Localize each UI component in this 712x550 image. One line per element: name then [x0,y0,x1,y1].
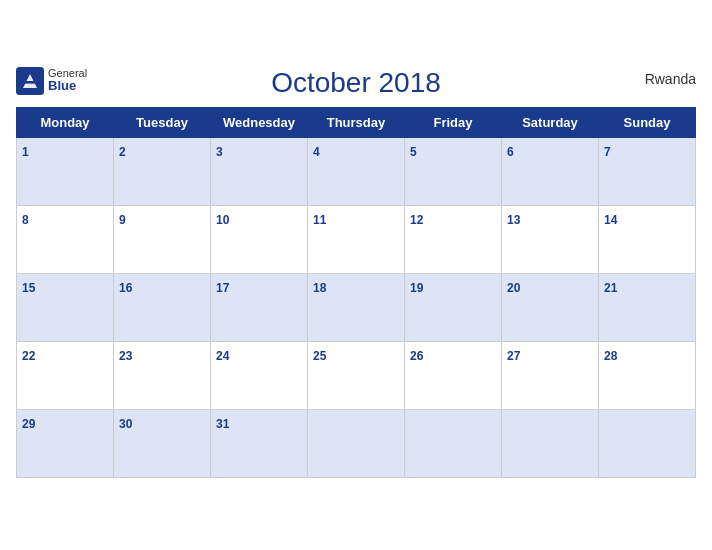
svg-rect-2 [25,81,36,84]
week-row-3: 15161718192021 [17,273,696,341]
week-row-5: 293031 [17,409,696,477]
calendar-wrapper: General Blue October 2018 Rwanda Monday … [0,57,712,494]
calendar-cell: 18 [308,273,405,341]
calendar-cell: 30 [114,409,211,477]
day-number: 28 [604,349,617,363]
calendar-table: Monday Tuesday Wednesday Thursday Friday… [16,107,696,478]
calendar-cell: 6 [502,137,599,205]
calendar-cell: 19 [405,273,502,341]
calendar-cell: 13 [502,205,599,273]
day-number: 27 [507,349,520,363]
calendar-cell: 23 [114,341,211,409]
day-number: 14 [604,213,617,227]
day-number: 15 [22,281,35,295]
header-wednesday: Wednesday [211,107,308,137]
day-number: 26 [410,349,423,363]
calendar-cell [599,409,696,477]
calendar-cell: 25 [308,341,405,409]
calendar-cell: 29 [17,409,114,477]
day-number: 20 [507,281,520,295]
calendar-cell [308,409,405,477]
day-number: 24 [216,349,229,363]
calendar-cell: 17 [211,273,308,341]
day-number: 2 [119,145,126,159]
logo-blue-text: Blue [48,79,87,93]
calendar-cell: 31 [211,409,308,477]
generalblue-logo-icon [16,67,44,95]
calendar-cell: 2 [114,137,211,205]
calendar-cell: 16 [114,273,211,341]
day-number: 22 [22,349,35,363]
header-friday: Friday [405,107,502,137]
calendar-cell: 24 [211,341,308,409]
day-number: 31 [216,417,229,431]
day-number: 12 [410,213,423,227]
day-number: 11 [313,213,326,227]
day-number: 30 [119,417,132,431]
calendar-cell: 20 [502,273,599,341]
day-number: 17 [216,281,229,295]
calendar-cell: 8 [17,205,114,273]
calendar-body: 1234567891011121314151617181920212223242… [17,137,696,477]
day-number: 1 [22,145,29,159]
calendar-cell: 4 [308,137,405,205]
calendar-cell: 7 [599,137,696,205]
day-number: 4 [313,145,320,159]
weekday-header-row: Monday Tuesday Wednesday Thursday Friday… [17,107,696,137]
calendar-cell: 14 [599,205,696,273]
day-number: 16 [119,281,132,295]
week-row-1: 1234567 [17,137,696,205]
header-thursday: Thursday [308,107,405,137]
calendar-cell: 5 [405,137,502,205]
country-label: Rwanda [645,71,696,87]
calendar-cell: 11 [308,205,405,273]
header-sunday: Sunday [599,107,696,137]
day-number: 8 [22,213,29,227]
day-number: 3 [216,145,223,159]
week-row-4: 22232425262728 [17,341,696,409]
calendar-cell: 15 [17,273,114,341]
header-tuesday: Tuesday [114,107,211,137]
calendar-cell: 21 [599,273,696,341]
day-number: 10 [216,213,229,227]
calendar-cell: 26 [405,341,502,409]
calendar-cell [405,409,502,477]
week-row-2: 891011121314 [17,205,696,273]
day-number: 19 [410,281,423,295]
logo-area: General Blue [16,67,87,95]
calendar-cell: 3 [211,137,308,205]
calendar-cell: 22 [17,341,114,409]
header-monday: Monday [17,107,114,137]
calendar-cell: 27 [502,341,599,409]
day-number: 29 [22,417,35,431]
day-number: 9 [119,213,126,227]
day-number: 25 [313,349,326,363]
day-number: 21 [604,281,617,295]
logo-text: General Blue [48,67,87,93]
calendar-cell [502,409,599,477]
header-saturday: Saturday [502,107,599,137]
calendar-cell: 12 [405,205,502,273]
day-number: 5 [410,145,417,159]
calendar-cell: 10 [211,205,308,273]
day-number: 6 [507,145,514,159]
month-title: October 2018 [271,67,441,99]
day-number: 7 [604,145,611,159]
day-number: 23 [119,349,132,363]
day-number: 13 [507,213,520,227]
calendar-cell: 28 [599,341,696,409]
calendar-cell: 1 [17,137,114,205]
calendar-header: General Blue October 2018 Rwanda [16,67,696,99]
calendar-cell: 9 [114,205,211,273]
day-number: 18 [313,281,326,295]
